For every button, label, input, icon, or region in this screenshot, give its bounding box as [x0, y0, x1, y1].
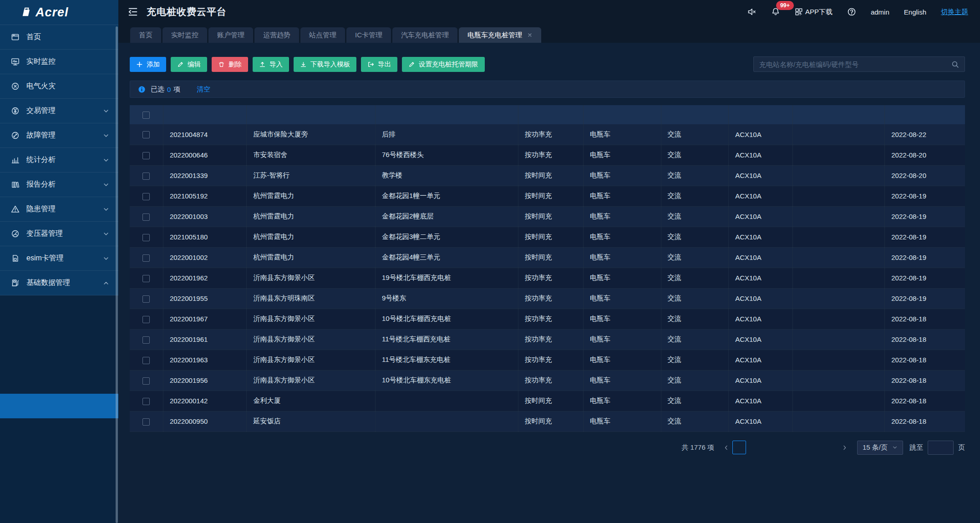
- help-icon[interactable]: [847, 7, 856, 16]
- table-cell: 2022-08-18: [885, 329, 965, 350]
- table-cell: ACX10A: [729, 391, 793, 411]
- sidebar-item[interactable]: 统计分析: [0, 148, 118, 173]
- column-header[interactable]: [375, 105, 518, 124]
- prev-page-button[interactable]: [721, 441, 732, 454]
- row-checkbox[interactable]: [142, 254, 150, 262]
- logo[interactable]: Acrel: [0, 0, 118, 25]
- app-download-link[interactable]: APP下载: [795, 8, 833, 16]
- sidebar-subitem[interactable]: [0, 369, 118, 394]
- pagination-page[interactable]: [732, 441, 746, 454]
- row-checkbox[interactable]: [142, 152, 150, 159]
- table-cell: 10号楼北车棚西充电桩: [375, 309, 518, 329]
- table-cell: 电瓶车: [583, 370, 661, 391]
- tab[interactable]: 首页: [130, 27, 161, 43]
- tab[interactable]: 实时监控: [162, 27, 207, 43]
- column-header[interactable]: [163, 105, 247, 124]
- page-size-select[interactable]: 15 条/页: [857, 441, 903, 455]
- row-checkbox[interactable]: [142, 193, 150, 200]
- toolbar-button[interactable]: 下载导入模板: [294, 57, 356, 72]
- tab[interactable]: 电瓶车充电桩管理: [459, 27, 541, 43]
- row-checkbox[interactable]: [142, 275, 150, 282]
- tab-close-icon[interactable]: [527, 32, 533, 38]
- toolbar-button[interactable]: 导入: [253, 57, 289, 72]
- user-menu[interactable]: admin: [871, 8, 889, 16]
- row-checkbox[interactable]: [142, 234, 150, 241]
- sidebar-item[interactable]: 故障管理: [0, 123, 118, 148]
- sidebar-item[interactable]: 隐患管理: [0, 197, 118, 222]
- column-header[interactable]: [247, 105, 376, 124]
- jump-page-input[interactable]: [928, 441, 954, 455]
- toolbar-button[interactable]: 编辑: [171, 57, 207, 72]
- sidebar-item[interactable]: 实时监控: [0, 50, 118, 74]
- column-header[interactable]: [583, 105, 661, 124]
- collapse-menu-icon[interactable]: [127, 6, 138, 17]
- tab-label: IC卡管理: [355, 31, 382, 40]
- row-checkbox[interactable]: [142, 398, 150, 405]
- sidebar-subitem[interactable]: [0, 418, 118, 443]
- column-header[interactable]: [518, 105, 583, 124]
- sidebar-scrollbar[interactable]: [116, 26, 118, 523]
- sidebar-subitem[interactable]: [0, 394, 118, 418]
- row-checkbox[interactable]: [142, 357, 150, 364]
- search-input[interactable]: [759, 61, 951, 68]
- row-checkbox[interactable]: [142, 418, 150, 426]
- sidebar-subitem[interactable]: [0, 320, 118, 345]
- toolbar-button[interactable]: 删除: [212, 57, 248, 72]
- sidebar-subitem[interactable]: [0, 295, 118, 320]
- sidebar-item[interactable]: 报告分析: [0, 173, 118, 197]
- sidebar-item[interactable]: esim卡管理: [0, 246, 118, 271]
- table-cell: 交流: [661, 350, 729, 370]
- sidebar-item[interactable]: 交易管理: [0, 99, 118, 123]
- tab[interactable]: 汽车充电桩管理: [392, 27, 457, 43]
- tab[interactable]: 站点管理: [300, 27, 345, 43]
- column-header[interactable]: [793, 105, 885, 124]
- row-checkbox-cell: [130, 329, 163, 350]
- row-checkbox[interactable]: [142, 295, 150, 303]
- volume-mute-icon[interactable]: [747, 7, 757, 16]
- sidebar-item-label: esim卡管理: [26, 254, 103, 263]
- theme-switch-link[interactable]: 切换主题: [941, 8, 968, 16]
- row-checkbox[interactable]: [142, 377, 150, 385]
- sidebar-item[interactable]: 基础数据管理: [0, 271, 118, 295]
- sidebar-item[interactable]: 变压器管理: [0, 222, 118, 246]
- table-row: 2022001962沂南县东方御景小区19号楼北车棚西充电桩按功率充电瓶车交流A…: [130, 268, 965, 288]
- language-switch[interactable]: English: [904, 8, 926, 16]
- sidebar-subitem[interactable]: [0, 467, 118, 492]
- column-header[interactable]: [729, 105, 793, 124]
- row-checkbox[interactable]: [142, 131, 150, 138]
- pagination-page[interactable]: [825, 441, 839, 454]
- tab[interactable]: 运营趋势: [254, 27, 299, 43]
- tab[interactable]: 账户管理: [208, 27, 253, 43]
- tab[interactable]: IC卡管理: [346, 27, 391, 43]
- chevron-down-icon: [103, 157, 109, 163]
- row-checkbox[interactable]: [142, 336, 150, 344]
- toolbar-button[interactable]: 添加: [130, 57, 166, 72]
- select-all-checkbox[interactable]: [142, 112, 150, 119]
- column-header[interactable]: [661, 105, 729, 124]
- row-checkbox[interactable]: [142, 213, 150, 221]
- notification-bell[interactable]: 99+: [771, 7, 780, 17]
- sim-card-icon: [11, 254, 20, 263]
- table-cell: 2022001955: [163, 288, 247, 309]
- sidebar-subitem[interactable]: [0, 492, 118, 517]
- pagination-ellipsis: [810, 441, 823, 454]
- sidebar-item[interactable]: 电气火灾: [0, 74, 118, 99]
- column-header[interactable]: [885, 105, 965, 124]
- clear-selection-link[interactable]: 清空: [197, 85, 210, 94]
- table-cell: [793, 145, 885, 165]
- pagination-page[interactable]: [779, 441, 792, 454]
- toolbar-button[interactable]: 导出: [361, 57, 397, 72]
- next-page-button[interactable]: [839, 441, 851, 454]
- row-checkbox[interactable]: [142, 173, 150, 180]
- pagination-page[interactable]: [763, 441, 777, 454]
- sidebar-subitem[interactable]: [0, 443, 118, 467]
- row-checkbox[interactable]: [142, 316, 150, 323]
- toolbar-button[interactable]: 设置充电桩托管期限: [402, 57, 485, 72]
- pagination-page[interactable]: [794, 441, 808, 454]
- pagination-page[interactable]: [748, 441, 762, 454]
- search-icon[interactable]: [951, 61, 959, 68]
- button-label: 导入: [269, 60, 283, 69]
- main-area: 充电桩收费云平台 99+ APP下载 admin English 切换主题: [118, 0, 980, 523]
- sidebar-item[interactable]: 首页: [0, 25, 118, 50]
- sidebar-subitem[interactable]: [0, 345, 118, 369]
